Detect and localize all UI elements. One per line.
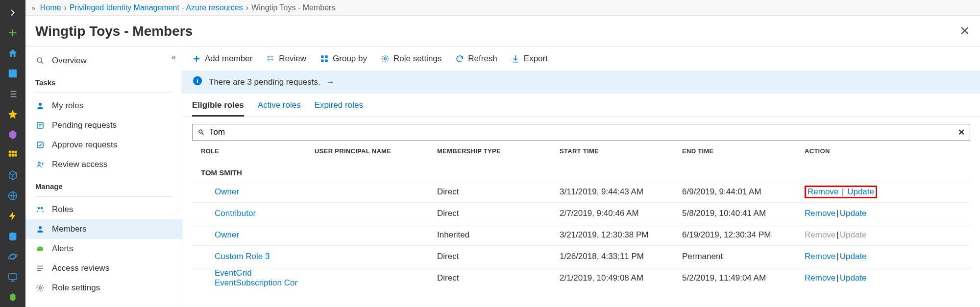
- plus-icon: [192, 54, 201, 63]
- banner-arrow-link[interactable]: →: [326, 77, 335, 87]
- rail-bolt[interactable]: [0, 206, 25, 226]
- update-link[interactable]: Update: [847, 187, 874, 196]
- role-link[interactable]: Custom Role 3: [201, 252, 270, 261]
- header-end-time[interactable]: END TIME: [682, 147, 805, 155]
- svg-rect-15: [37, 142, 43, 148]
- header-role[interactable]: ROLE: [192, 147, 315, 155]
- breadcrumb-home[interactable]: Home: [40, 3, 61, 12]
- remove-link[interactable]: Remove: [805, 252, 835, 261]
- rail-favorites[interactable]: [0, 105, 25, 124]
- header-action: ACTION: [805, 147, 893, 155]
- role-link[interactable]: Owner: [201, 187, 239, 197]
- refresh-button[interactable]: Refresh: [455, 54, 497, 64]
- breadcrumb-pim[interactable]: Privileged Identity Management - Azure r…: [70, 3, 243, 12]
- remove-link[interactable]: Remove: [808, 187, 838, 196]
- rail-add[interactable]: [0, 24, 25, 43]
- review-button[interactable]: Review: [266, 54, 306, 64]
- close-button[interactable]: ✕: [959, 24, 970, 39]
- sidebar-label: Alerts: [52, 244, 73, 254]
- header-membership-type[interactable]: MEMBERSHIP TYPE: [437, 147, 560, 155]
- remove-link[interactable]: Remove: [805, 209, 835, 218]
- sidebar-item-access-reviews[interactable]: Access reviews: [25, 259, 182, 278]
- group-by-button[interactable]: Group by: [320, 54, 367, 64]
- members-icon: [35, 225, 45, 234]
- tab-expired-roles[interactable]: Expired roles: [315, 100, 363, 117]
- sidebar-label: Members: [52, 224, 87, 234]
- search-input[interactable]: [209, 127, 952, 137]
- rail-monitor[interactable]: [0, 267, 25, 287]
- sidebar-label: Access reviews: [52, 263, 109, 273]
- table-row: EventGrid EventSubscription CorDirect2/1…: [192, 267, 970, 288]
- rail-green-diamond[interactable]: [0, 287, 25, 307]
- action-cell: Remove | Update: [805, 186, 893, 198]
- role-settings-button[interactable]: Role settings: [381, 54, 441, 64]
- rail-cube[interactable]: [0, 165, 25, 185]
- title-bar: Wingtip Toys - Members ✕: [25, 16, 980, 47]
- rail-planet[interactable]: [0, 247, 25, 266]
- chevron-right-icon: »: [31, 4, 35, 12]
- update-link[interactable]: Update: [840, 252, 867, 261]
- tab-active-roles[interactable]: Active roles: [258, 100, 301, 117]
- sidebar-item-alerts[interactable]: Alerts: [25, 239, 182, 259]
- sidebar-item-pending-requests[interactable]: Pending requests: [25, 116, 182, 135]
- sidebar-item-roles[interactable]: Roles: [25, 200, 182, 219]
- end-time-cell: 6/9/2019, 9:44:01 AM: [682, 187, 805, 197]
- remove-link: Remove: [805, 230, 835, 240]
- sidebar-item-role-settings[interactable]: Role settings: [25, 278, 182, 298]
- update-link[interactable]: Update: [840, 209, 867, 218]
- sidebar-label: Review access: [52, 160, 107, 169]
- rail-grid[interactable]: [0, 145, 25, 165]
- action-divider: |: [836, 273, 838, 283]
- svg-rect-20: [37, 247, 43, 251]
- update-link[interactable]: Update: [840, 273, 867, 283]
- group-heading: TOM SMITH: [192, 160, 970, 181]
- remove-link[interactable]: Remove: [805, 273, 835, 283]
- clear-search-button[interactable]: ✕: [958, 127, 965, 138]
- rail-list[interactable]: [0, 84, 25, 104]
- role-link[interactable]: EventGrid EventSubscription Cor: [201, 268, 315, 288]
- action-cell: Remove | Update: [805, 273, 893, 283]
- sidebar-item-review-access[interactable]: Review access: [25, 155, 182, 174]
- tab-eligible-roles[interactable]: Eligible roles: [192, 100, 244, 117]
- info-icon: i: [192, 75, 203, 89]
- sidebar-label: My roles: [52, 101, 83, 111]
- action-divider: |: [836, 230, 838, 240]
- rail-dashboard[interactable]: [0, 64, 25, 84]
- content-pane: Add member Review Group by Role settings…: [182, 47, 980, 307]
- membership-type-cell: Inherited: [437, 230, 560, 240]
- rail-sql[interactable]: [0, 227, 25, 246]
- rail-purple-hex[interactable]: [0, 125, 25, 144]
- svg-point-18: [41, 207, 43, 210]
- collapse-sidebar-button[interactable]: «: [172, 53, 176, 62]
- role-link[interactable]: Contributor: [201, 209, 256, 218]
- sidebar-item-overview[interactable]: Overview: [25, 51, 182, 71]
- svg-rect-4: [9, 154, 12, 157]
- action-divider: |: [836, 209, 838, 218]
- toolbar-label: Group by: [333, 54, 367, 64]
- header-start-time[interactable]: START TIME: [560, 147, 682, 155]
- gear-icon: [381, 54, 390, 63]
- rail-globe[interactable]: [0, 186, 25, 206]
- sidebar-item-my-roles[interactable]: My roles: [25, 96, 182, 116]
- sidebar-label: Overview: [52, 56, 87, 66]
- download-icon: [511, 54, 520, 63]
- header-upn[interactable]: USER PRINCIPAL NAME: [315, 147, 437, 155]
- info-banner: i There are 3 pending requests. →: [182, 71, 980, 94]
- roles-icon: [35, 205, 45, 214]
- rail-home[interactable]: [0, 44, 25, 63]
- svg-rect-14: [37, 122, 43, 128]
- membership-type-cell: Direct: [437, 187, 560, 197]
- rail-expand[interactable]: [0, 3, 25, 23]
- overview-icon: [35, 56, 45, 65]
- svg-rect-5: [12, 154, 15, 157]
- add-member-button[interactable]: Add member: [192, 54, 252, 64]
- gear-icon: [35, 283, 45, 292]
- start-time-cell: 3/21/2019, 12:30:38 PM: [560, 230, 682, 240]
- export-button[interactable]: Export: [511, 54, 548, 64]
- sidebar-item-members[interactable]: Members: [25, 219, 182, 239]
- role-link[interactable]: Owner: [201, 230, 239, 240]
- table-row: Custom Role 3Direct1/26/2018, 4:33:11 PM…: [192, 245, 970, 267]
- sidebar-item-approve-requests[interactable]: Approve requests: [25, 135, 182, 155]
- person-icon: [35, 101, 45, 110]
- tabs: Eligible roles Active roles Expired role…: [182, 94, 980, 117]
